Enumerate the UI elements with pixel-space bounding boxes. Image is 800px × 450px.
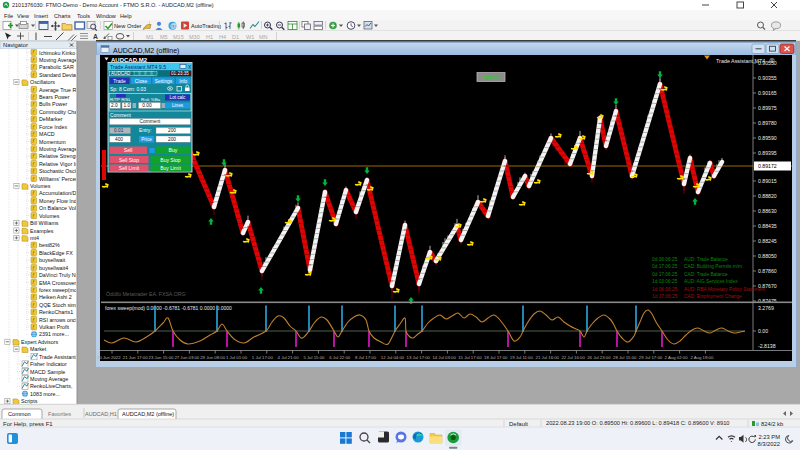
svg-text:New Order: New Order (114, 23, 142, 29)
svg-text:Oscillators: Oscillators (30, 79, 55, 85)
svg-text:Charts: Charts (54, 13, 71, 19)
svg-text:1083 more...: 1083 more... (30, 391, 60, 397)
svg-text:Williams' Percent: Williams' Percent (39, 176, 80, 182)
svg-text:1d 03:06:25: 1d 03:06:25 (652, 279, 678, 284)
svg-text:A: A (93, 33, 98, 40)
svg-text:Sell Stop: Sell Stop (119, 157, 139, 163)
svg-text:0.88050: 0.88050 (758, 253, 777, 259)
svg-text:0.90550: 0.90550 (758, 60, 777, 66)
svg-text:H4: H4 (219, 34, 226, 40)
svg-text:AutoTrading: AutoTrading (191, 23, 221, 29)
svg-text:Comment: Comment (110, 113, 131, 118)
svg-text:Standard Deviatio: Standard Deviatio (39, 72, 82, 78)
svg-text:28 Jul 15:00: 28 Jul 15:00 (613, 355, 637, 360)
svg-text:0.89015: 0.89015 (758, 178, 777, 184)
svg-text:Examples: Examples (30, 228, 54, 234)
svg-text:AUDCAD,M2 (offline): AUDCAD,M2 (offline) (113, 47, 179, 55)
svg-text:Entry:: Entry: (139, 128, 152, 133)
svg-text:W1: W1 (246, 34, 254, 40)
svg-text:1d 17:06:25: 1d 17:06:25 (652, 294, 678, 299)
svg-text:Commodity Chan: Commodity Chan (39, 109, 80, 115)
svg-text:824/2 kb: 824/2 kb (761, 421, 783, 427)
svg-text:MACD Sample: MACD Sample (30, 369, 65, 375)
svg-text:Accumulation/Dis: Accumulation/Dis (39, 190, 81, 196)
svg-text:Volumes: Volumes (30, 183, 51, 189)
svg-text:Buy Stop: Buy Stop (160, 157, 181, 163)
svg-text:M30: M30 (189, 34, 200, 40)
svg-text:12 Jul 04:00: 12 Jul 04:00 (381, 355, 405, 360)
svg-text:3.2769: 3.2769 (758, 305, 774, 311)
svg-text:Insert: Insert (34, 13, 48, 19)
svg-text:Favorites: Favorites (48, 411, 71, 417)
svg-text:buysellwait: buysellwait (39, 257, 66, 263)
svg-text:13 Jul 17:00: 13 Jul 17:00 (407, 355, 431, 360)
svg-text:Lines: Lines (172, 103, 184, 108)
svg-text:Stochastic Oscilla: Stochastic Oscilla (39, 168, 81, 174)
svg-text:5 Jul 15:00: 5 Jul 15:00 (303, 355, 325, 360)
svg-text:1 Jul 01:00: 1 Jul 01:00 (226, 355, 248, 360)
svg-text:29 Jun 08:00: 29 Jun 08:00 (200, 355, 225, 360)
svg-text:14 Jul 03:00: 14 Jul 03:00 (432, 355, 456, 360)
svg-text:19 Jul 11:00: 19 Jul 11:00 (510, 355, 534, 360)
svg-text:CAD: Trade Balance: CAD: Trade Balance (684, 272, 728, 277)
svg-text:best82%: best82% (39, 242, 60, 248)
svg-text:0.00: 0.00 (142, 103, 152, 108)
svg-text:Trade: Trade (113, 79, 126, 84)
svg-text:Vulkan Profit: Vulkan Profit (39, 324, 70, 330)
svg-text:0.01: 0.01 (114, 128, 124, 133)
svg-text:Navigator: Navigator (3, 42, 28, 48)
svg-text:forex sweep(mod) 0.0000 -0.678: forex sweep(mod) 0.0000 -0.6781 -0.6781 … (105, 305, 232, 311)
svg-text:Fisher Indicator: Fisher Indicator (30, 361, 67, 367)
svg-text:400: 400 (115, 137, 123, 142)
svg-text:0d 06:06:25: 0d 06:06:25 (652, 257, 678, 262)
svg-text:DeMarker: DeMarker (39, 116, 63, 122)
svg-text:For Help, press F1: For Help, press F1 (3, 421, 53, 427)
svg-text:H1: H1 (206, 34, 213, 40)
svg-text:Scripts: Scripts (21, 398, 38, 404)
svg-text:AUDCAD,H1: AUDCAD,H1 (85, 411, 117, 417)
svg-text:0.87860: 0.87860 (758, 268, 777, 274)
svg-text:arrows: arrows (483, 74, 499, 80)
svg-text:Market: Market (30, 346, 47, 352)
svg-text:Window: Window (96, 13, 117, 19)
svg-text:1d 06:06:25: 1d 06:06:25 (652, 287, 678, 292)
svg-text:0.87670: 0.87670 (758, 283, 777, 289)
svg-text:Settings: Settings (155, 79, 173, 84)
svg-text:QQE Stoch simpli: QQE Stoch simpli (39, 302, 81, 308)
svg-text:AUD: AIG Services Index: AUD: AIG Services Index (684, 279, 738, 284)
svg-text:Sp: 8 Com: 0.03: Sp: 8 Com: 0.03 (110, 86, 146, 92)
svg-text:buysellwait4: buysellwait4 (39, 265, 68, 271)
svg-text:forex sweep(mod: forex sweep(mod (39, 287, 80, 293)
svg-text:D1: D1 (232, 34, 239, 40)
svg-text:RSI arrows oncha: RSI arrows oncha (39, 317, 81, 323)
svg-text:RenkoCharts1: RenkoCharts1 (39, 309, 73, 315)
svg-text:Moving Average: Moving Average (39, 57, 77, 63)
svg-text:Trade Assistant: Trade Assistant (39, 354, 76, 360)
svg-text:0.88630: 0.88630 (758, 208, 777, 214)
svg-text:2391 more...: 2391 more... (39, 331, 69, 337)
svg-text:BlackEdge FX: BlackEdge FX (39, 250, 73, 256)
svg-text:Buy: Buy (169, 147, 178, 153)
svg-text:0.90355: 0.90355 (758, 75, 777, 81)
svg-text:15 Jul 17:00: 15 Jul 17:00 (458, 355, 482, 360)
svg-text:0.89172: 0.89172 (758, 163, 777, 169)
svg-text:AUDCAD: AUDCAD (111, 71, 131, 76)
svg-text:Momentum: Momentum (39, 139, 66, 145)
svg-text:6 Jul 22:00: 6 Jul 22:00 (329, 355, 351, 360)
svg-text:M5: M5 (160, 34, 168, 40)
svg-text:Risk %Ba: Risk %Ba (141, 97, 161, 102)
svg-text:0.89590: 0.89590 (758, 135, 777, 141)
svg-text:Force Index: Force Index (39, 124, 68, 130)
svg-text:200: 200 (168, 128, 176, 133)
svg-text:AUD: Trade Balance: AUD: Trade Balance (684, 257, 728, 262)
svg-text:Common: Common (8, 411, 31, 417)
svg-text:20 Jun 2022: 20 Jun 2022 (97, 355, 121, 360)
svg-text:0d 17:06:25: 0d 17:06:25 (652, 264, 678, 269)
svg-text:Buy Limit: Buy Limit (160, 165, 181, 171)
svg-text:21 Jun 17:00: 21 Jun 17:00 (123, 355, 148, 360)
svg-text:26 Jul 23:00: 26 Jul 23:00 (587, 355, 611, 360)
svg-text:Lot calc: Lot calc (170, 95, 187, 100)
svg-text:Close: Close (135, 79, 148, 84)
svg-text:8/3/2022: 8/3/2022 (757, 441, 780, 447)
svg-text:Price: Price (141, 137, 152, 142)
